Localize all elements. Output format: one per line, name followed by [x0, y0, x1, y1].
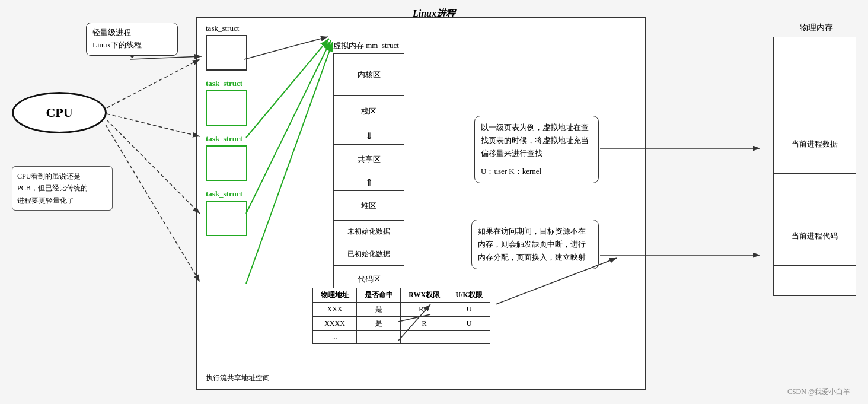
page-fault-note-text: 如果在访问期间，目标资源不在内存，则会触发缺页中断，进行内存分配，页面换入，建立… [478, 225, 592, 264]
ptable-header-2: 是否命中 [357, 288, 401, 303]
cpu-note-line3: 进程要更轻量化了 [17, 195, 107, 206]
cpu-note: CPU看到的虽说还是 PCB，但已经比传统的 进程要更轻量化了 [12, 166, 113, 211]
task-label-4: task_struct [206, 189, 247, 199]
task-column: task_struct task_struct task_struct task… [206, 24, 247, 237]
vm-section-data: 已初始化数据 [334, 243, 404, 266]
page-fault-note-box: 如果在访问期间，目标资源不在内存，则会触发缺页中断，进行内存分配，页面换入，建立… [471, 220, 599, 269]
task-label-2: task_struct [206, 79, 247, 88]
main-container: Linux进程 CPU 轻量级进程 Linux下的线程 CPU看到的虽说还是 P… [0, 0, 868, 404]
ptable-container: 物理地址 是否命中 RWX权限 U/K权限 XXX 是 RW U XXXX [312, 288, 490, 344]
vm-column: 虚拟内存 mm_struct 内核区 栈区 ⇓ 共享区 ⇑ 堆区 未初始化数据 … [333, 40, 404, 293]
vm-section-stack: 栈区 [334, 96, 404, 128]
page-table-note-text: 以一级页表为例，虚拟地址在查找页表的时候，将虚拟地址充当偏移量来进行查找 [481, 121, 592, 160]
svg-line-7 [130, 56, 202, 59]
phys-section-data: 当前进程数据 [774, 114, 856, 174]
ptable-row-2: XXXX 是 R U [313, 317, 490, 331]
task-box-1 [206, 35, 247, 71]
phys-section-code: 当前进程代码 [774, 206, 856, 266]
ptable-cell-3-1: ... [313, 331, 357, 344]
vm-section-bss: 未初始化数据 [334, 221, 404, 243]
speech-bubble: 轻量级进程 Linux下的线程 [86, 23, 178, 56]
ptable-row-3: ... [313, 331, 490, 344]
vm-section-up: ⇑ [334, 174, 404, 191]
task-box-4 [206, 201, 247, 236]
phys-section-empty2 [774, 174, 856, 206]
ptable-header-3: RWX权限 [401, 288, 448, 303]
speech-line1: 轻量级进程 [92, 27, 171, 39]
ptable-cell-3-4 [448, 331, 490, 344]
task-box-3 [206, 145, 247, 181]
page-table-note-box: 以一级页表为例，虚拟地址在查找页表的时候，将虚拟地址充当偏移量来进行查找 U：u… [474, 116, 599, 183]
cpu-note-line2: PCB，但已经比传统的 [17, 182, 107, 194]
ptable-cell-3-3 [401, 331, 448, 344]
uk-label: U：user K：kernel [481, 165, 592, 178]
ptable-cell-3-2 [357, 331, 401, 344]
svg-line-4 [107, 114, 200, 136]
vm-section-down: ⇓ [334, 128, 404, 145]
vm-title: 虚拟内存 mm_struct [333, 40, 404, 51]
phys-memory-sections: 当前进程数据 当前进程代码 [773, 37, 856, 296]
phys-memory-container: 物理内存 当前进程数据 当前进程代码 [773, 23, 859, 296]
task-label-3: task_struct [206, 134, 247, 144]
ptable-cell-1-3: RW [401, 303, 448, 317]
task-label-1: task_struct [206, 24, 247, 33]
watermark: CSDN @我爱小白羊 [787, 387, 850, 397]
ptable-header-4: U/K权限 [448, 288, 490, 303]
cpu-label: CPU [46, 105, 72, 120]
page-table: 物理地址 是否命中 RWX权限 U/K权限 XXX 是 RW U XXXX [312, 288, 490, 344]
ptable-cell-1-1: XXX [313, 303, 357, 317]
exec-label: 执行流共享地址空间 [206, 373, 270, 383]
vm-section-kernel: 内核区 [334, 54, 404, 96]
task-box-2 [206, 90, 247, 126]
ptable-cell-1-2: 是 [357, 303, 401, 317]
linux-process-box: task_struct task_struct task_struct task… [196, 17, 646, 390]
vm-section-shared: 共享区 [334, 145, 404, 174]
svg-line-6 [106, 125, 200, 282]
phys-section-empty3 [774, 266, 856, 295]
vm-section-heap: 堆区 [334, 191, 404, 221]
ptable-header-1: 物理地址 [313, 288, 357, 303]
ptable-cell-2-4: U [448, 317, 490, 331]
vm-sections: 内核区 栈区 ⇓ 共享区 ⇑ 堆区 未初始化数据 已初始化数据 代码区 [333, 53, 404, 293]
ptable-cell-2-3: R [401, 317, 448, 331]
speech-line2: Linux下的线程 [92, 39, 171, 52]
phys-memory-title: 物理内存 [773, 23, 859, 33]
ptable-cell-2-2: 是 [357, 317, 401, 331]
cpu-note-line1: CPU看到的虽说还是 [17, 170, 107, 182]
cpu-ellipse: CPU [12, 92, 107, 133]
svg-line-3 [107, 59, 200, 108]
svg-line-5 [107, 120, 200, 214]
phys-section-empty1 [774, 37, 856, 114]
ptable-cell-2-1: XXXX [313, 317, 357, 331]
ptable-cell-1-4: U [448, 303, 490, 317]
ptable-row-1: XXX 是 RW U [313, 303, 490, 317]
